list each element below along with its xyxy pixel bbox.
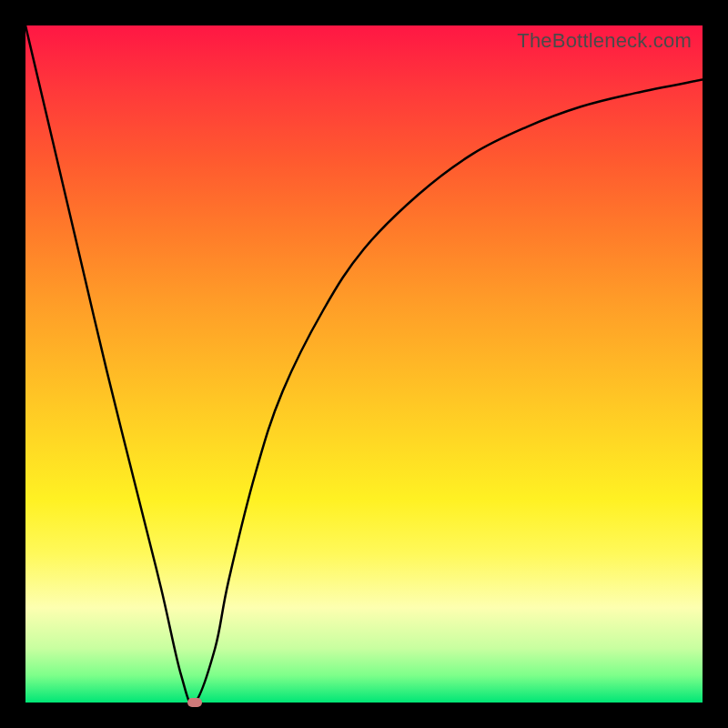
optimum-marker: [187, 698, 202, 707]
bottleneck-curve: [25, 25, 703, 703]
plot-area: TheBottleneck.com: [25, 25, 703, 703]
chart-frame: TheBottleneck.com: [0, 0, 728, 728]
curve-layer: [25, 25, 703, 703]
